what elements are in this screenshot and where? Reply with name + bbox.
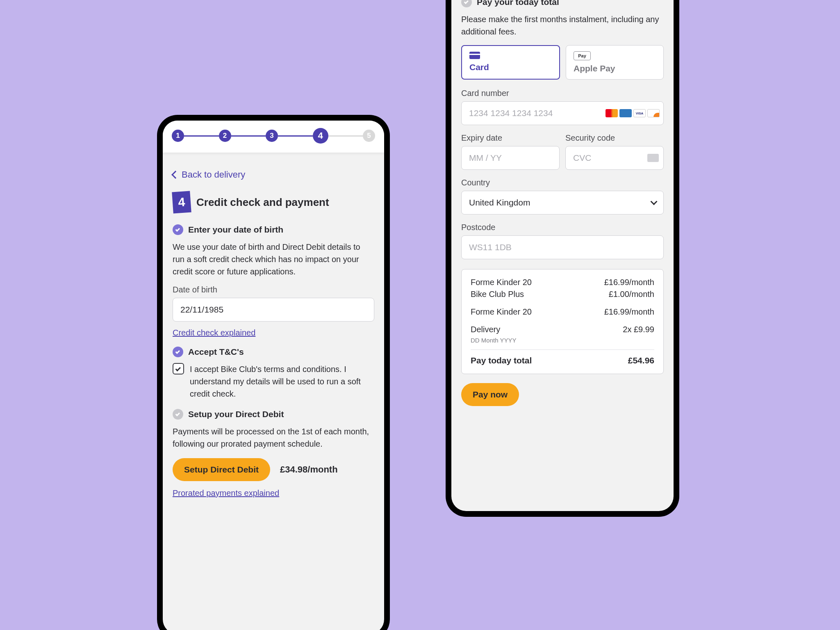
pay-method-apple-pay[interactable]: Pay Apple Pay xyxy=(566,45,664,80)
summary-line: Forme Kinder 20 £16.99/month xyxy=(471,278,654,287)
card-number-label: Card number xyxy=(461,89,664,98)
check-circle-icon xyxy=(173,224,183,235)
step-4-dot[interactable]: 4 xyxy=(313,128,328,144)
tc-checkbox-label: I accept Bike Club's terms and condition… xyxy=(190,363,374,400)
dob-input[interactable] xyxy=(173,298,374,322)
step-line xyxy=(184,135,219,137)
back-link-label: Back to delivery xyxy=(182,169,245,180)
summary-line: Forme Kinder 20 £16.99/month xyxy=(471,307,654,317)
postcode-label: Postcode xyxy=(461,223,664,232)
summary-item-price: £1.00/month xyxy=(609,290,654,299)
summary-total-price: £54.96 xyxy=(628,356,654,365)
setup-direct-debit-button[interactable]: Setup Direct Debit xyxy=(173,458,270,481)
country-label: Country xyxy=(461,178,664,187)
summary-line: Bike Club Plus £1.00/month xyxy=(471,290,654,299)
summary-delivery-date: DD Month YYYY xyxy=(471,337,654,344)
check-circle-icon xyxy=(173,347,183,357)
step-2-dot[interactable]: 2 xyxy=(219,130,231,142)
prorated-payments-link[interactable]: Prorated payments explained xyxy=(173,488,279,498)
tc-section-title: Accept T&C's xyxy=(188,347,244,357)
summary-item-label: Forme Kinder 20 xyxy=(471,278,532,287)
dd-section-title: Setup your Direct Debit xyxy=(188,409,284,419)
step-number-badge: 4 xyxy=(172,191,191,214)
postcode-input[interactable] xyxy=(461,235,664,259)
summary-item-price: £16.99/month xyxy=(604,307,654,317)
chevron-left-icon xyxy=(171,171,180,179)
card-icon xyxy=(469,52,480,59)
summary-delivery-price: 2x £9.99 xyxy=(623,325,654,334)
accept-tc-checkbox[interactable] xyxy=(173,363,184,374)
summary-delivery-label: Delivery xyxy=(471,325,500,334)
pay-intro-text: Please make the first months instalment,… xyxy=(461,13,664,38)
expiry-label: Expiry date xyxy=(461,133,560,143)
cvc-label: Security code xyxy=(565,133,664,143)
phone-frame-left: 1 2 3 4 5 Back to delivery 4 Credit chec… xyxy=(157,115,390,630)
phone-screen-right: Pay your today total Please make the fir… xyxy=(451,0,674,511)
step-5-dot: 5 xyxy=(363,130,375,142)
visa-icon xyxy=(633,109,646,117)
pay-today-title: Pay your today total xyxy=(477,0,559,7)
amex-icon xyxy=(619,109,632,117)
summary-item-price: £16.99/month xyxy=(604,278,654,287)
phone-screen-left: 1 2 3 4 5 Back to delivery 4 Credit chec… xyxy=(163,121,384,630)
step-line xyxy=(278,135,313,137)
country-select[interactable] xyxy=(461,191,664,215)
discover-icon xyxy=(647,109,660,117)
apple-pay-icon: Pay xyxy=(574,51,591,60)
pay-method-apple-label: Apple Pay xyxy=(574,64,656,73)
back-to-delivery-link[interactable]: Back to delivery xyxy=(173,169,374,180)
expiry-input[interactable] xyxy=(461,146,560,170)
check-circle-icon xyxy=(461,0,472,7)
dob-section-title: Enter your date of birth xyxy=(188,225,283,235)
summary-total: Pay today total £54.96 xyxy=(471,356,654,365)
cvc-card-icon xyxy=(647,154,659,162)
step-3-dot[interactable]: 3 xyxy=(266,130,278,142)
mastercard-icon xyxy=(606,109,618,117)
step-1-dot[interactable]: 1 xyxy=(172,130,184,142)
order-summary: Forme Kinder 20 £16.99/month Bike Club P… xyxy=(461,269,664,374)
checkout-stepper: 1 2 3 4 5 xyxy=(163,121,384,153)
pay-method-card-label: Card xyxy=(469,62,552,72)
phone-frame-right: Pay your today total Please make the fir… xyxy=(446,0,679,517)
card-brand-icons xyxy=(606,109,660,117)
pay-now-button[interactable]: Pay now xyxy=(461,383,519,406)
credit-check-explained-link[interactable]: Credit check explained xyxy=(173,328,255,338)
check-icon xyxy=(175,366,181,371)
summary-divider xyxy=(471,349,654,350)
dob-body-text: We use your date of birth and Direct Deb… xyxy=(173,241,374,278)
check-circle-icon xyxy=(173,409,183,420)
dd-body-text: Payments will be processed on the 1st of… xyxy=(173,425,374,450)
summary-total-label: Pay today total xyxy=(471,356,532,365)
page-title: Credit check and payment xyxy=(196,196,329,209)
dd-monthly-amount: £34.98/month xyxy=(280,464,338,475)
summary-item-label: Forme Kinder 20 xyxy=(471,307,532,317)
summary-delivery: Delivery 2x £9.99 xyxy=(471,325,654,334)
step-line xyxy=(328,135,363,137)
pay-method-card[interactable]: Card xyxy=(461,45,560,80)
dob-field-label: Date of birth xyxy=(173,285,374,294)
summary-item-label: Bike Club Plus xyxy=(471,290,524,299)
step-line xyxy=(231,135,266,137)
